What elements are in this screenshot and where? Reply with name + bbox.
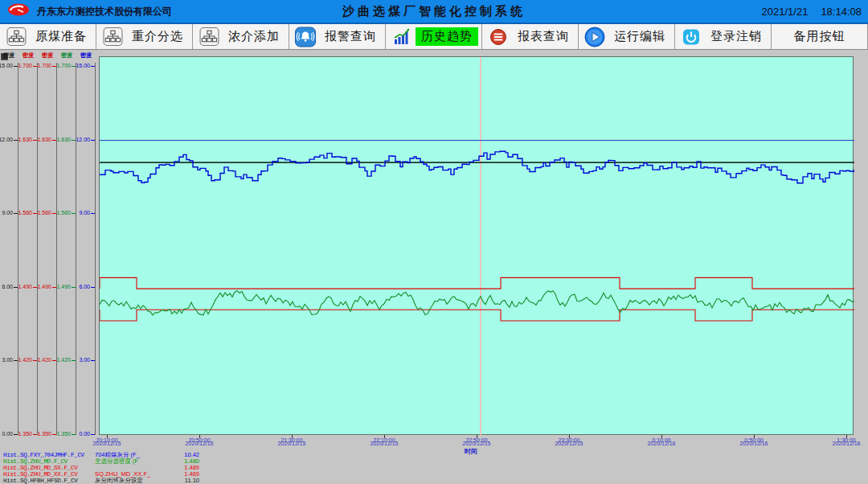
- y-axis-spine-5: [95, 63, 96, 435]
- y-tick-value: 9.00: [66, 210, 90, 215]
- y-tick-value: 12.00: [66, 137, 90, 142]
- toolbar-button-label: 浓介添加: [219, 29, 289, 44]
- y-tick-mark: [91, 287, 95, 288]
- y-tick-mark: [91, 213, 95, 214]
- legend-row: Hist.SQ.ZHU_MD.F_CV主选分选密度 (F1.480: [3, 458, 325, 465]
- toolbar-button-label: 备用按钮: [772, 29, 867, 44]
- y-tick-mark: [91, 66, 95, 67]
- legend-current-value: 11.10: [154, 478, 199, 484]
- toolbar-button-6[interactable]: 报表查询: [482, 24, 579, 49]
- x-tick-date: 2020/12/16: [739, 441, 768, 446]
- trend-plot-area[interactable]: [99, 56, 854, 435]
- y-axis-spine-4: [76, 63, 76, 435]
- toolbar-button-label: 报表查询: [509, 29, 578, 44]
- y-tick-value: 6.00: [66, 284, 90, 289]
- x-tick-date: 2020/12/15: [277, 441, 305, 446]
- report-icon: [488, 27, 509, 47]
- x-tick-date: 2020/12/15: [555, 441, 583, 446]
- y-axis-label-2: 密度: [18, 51, 38, 59]
- legend-row: Hist.SQ.ZHU_MD_XX.F_CVSQ.ZHU_MD_XX.F_1.4…: [3, 471, 325, 478]
- legend-tag: Hist.SQ.ZHU_MD_XX.F_CV: [3, 471, 93, 478]
- page-title: 沙曲选煤厂智能化控制系统: [0, 4, 868, 19]
- legend-tag: Hist.SQ.ZHU_MD_SX.F_CV: [3, 465, 93, 471]
- x-tick-date: 2020/12/15: [92, 441, 121, 446]
- date-label: 2021/1/21: [762, 6, 809, 18]
- y-axis-label-1: 密度: [0, 51, 18, 59]
- y-axis-spine-3: [56, 63, 57, 435]
- toolbar-button-7[interactable]: 运行编辑: [579, 24, 675, 49]
- toolbar-button-label: 原煤准备: [27, 29, 96, 44]
- toolbar-button-label: 报警查询: [316, 29, 385, 44]
- hmi-screen: 丹东东方测控技术股份有限公司 沙曲选煤厂智能化控制系统 2021/1/21 18…: [0, 0, 868, 484]
- datetime: 2021/1/21 18:14:08: [762, 0, 862, 23]
- run-play-icon: [584, 27, 605, 47]
- y-tick-mark: [91, 434, 95, 435]
- toolbar-button-2[interactable]: 重介分选: [96, 24, 193, 49]
- y-axis-spine-2: [37, 63, 38, 435]
- toolbar-button-8[interactable]: 登录注销: [675, 24, 772, 49]
- y-axis-label-4: 密度: [57, 51, 76, 59]
- density-trend-line: [100, 291, 854, 315]
- y-tick-value: 0.00: [66, 431, 90, 437]
- x-tick-date: 2020/12/16: [832, 441, 860, 446]
- toolbar-button-label: 历史趋势: [416, 27, 478, 46]
- toolbar-button-label: 运行编辑: [605, 29, 674, 44]
- x-tick-date: 2020/12/15: [462, 441, 490, 446]
- y-axis-label-3: 密度: [38, 51, 57, 59]
- y-tick-value: 3.00: [66, 357, 90, 363]
- x-axis-title: 时间: [465, 447, 477, 456]
- legend-tag: Hist.SQ.HFBH_HFSD.F_CV: [3, 478, 93, 484]
- alarm-bell-icon: [295, 27, 316, 47]
- density-lower-limit-line: [100, 310, 854, 321]
- toolbar-button-5[interactable]: 历史趋势: [386, 24, 482, 49]
- x-tick-date: 2020/12/15: [370, 441, 398, 446]
- toolbar-button-3[interactable]: 浓介添加: [193, 24, 289, 49]
- toolbar-button-label: 重介分选: [123, 29, 192, 44]
- y-tick-mark: [91, 360, 95, 361]
- y-tick-value: 15.00: [66, 63, 90, 68]
- main-toolbar: 原煤准备 重介分选 浓介添加 报警查询 历史趋势 报表查询 运行编辑 登录: [0, 23, 868, 50]
- flow-diagram-icon: [102, 27, 123, 47]
- x-tick-date: 2020/12/16: [647, 441, 675, 446]
- legend-tag: Hist.SQ.FXY_704JMHF.F_CV: [3, 452, 93, 458]
- toolbar-button-1[interactable]: 原煤准备: [0, 24, 96, 49]
- x-tick-date: 2020/12/15: [185, 441, 213, 446]
- toolbar-button-label: 登录注销: [702, 29, 771, 44]
- legend-row: Hist.SQ.HFBH_HFSD.F_CV灰分闭环灰分设定11.10: [3, 478, 325, 484]
- trend-chart-icon: [391, 27, 412, 47]
- power-icon: [681, 27, 702, 47]
- time-label: 18:14:08: [821, 6, 862, 18]
- flow-diagram-icon: [6, 27, 27, 47]
- y-tick-mark: [91, 140, 95, 141]
- title-bar: 丹东东方测控技术股份有限公司 沙曲选煤厂智能化控制系统 2021/1/21 18…: [0, 0, 868, 23]
- legend-row: Hist.SQ.ZHU_MD_SX.F_CV1.489: [3, 465, 325, 471]
- legend-row: Hist.SQ.FXY_704JMHF.F_CV704精煤灰分 (F_10.42: [3, 452, 325, 458]
- density-upper-limit-line: [100, 277, 854, 289]
- toolbar-button-9[interactable]: 备用按钮: [772, 24, 868, 49]
- ash-trend-line: [100, 151, 854, 183]
- flow-diagram-icon: [199, 27, 219, 47]
- toolbar-button-4[interactable]: 报警查询: [289, 24, 386, 49]
- legend-tag: Hist.SQ.ZHU_MD.F_CV: [3, 458, 93, 465]
- y-axis-label-5: 密度: [76, 51, 96, 59]
- y-axis-spine-1: [18, 63, 18, 435]
